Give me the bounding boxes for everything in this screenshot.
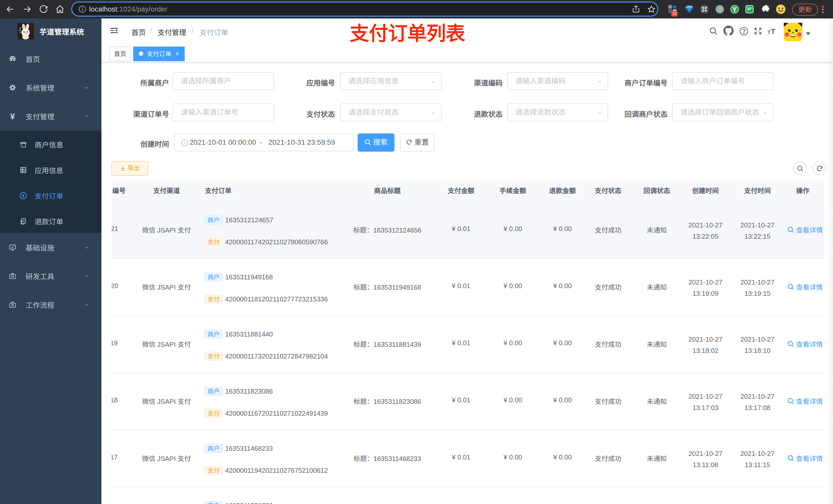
svg-text:¥: ¥ (22, 193, 25, 198)
